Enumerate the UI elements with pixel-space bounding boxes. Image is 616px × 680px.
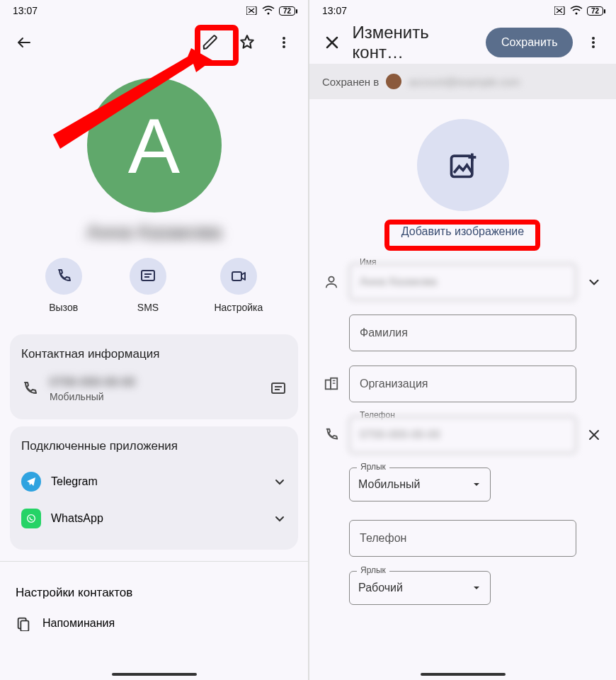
name-field[interactable]: Анна Казакова [349, 264, 576, 300]
svg-rect-11 [232, 272, 241, 280]
app-name: WhatsApp [51, 512, 103, 525]
contact-info-card: Контактная информация 0700-000-00-00 Моб… [10, 334, 298, 419]
org-field[interactable]: Организация [349, 366, 576, 402]
phone2-row: Телефон [321, 520, 605, 557]
account-email: account@example.com [409, 76, 520, 88]
connected-apps-card: Подключенные приложения Telegram WhatsAp… [10, 426, 298, 550]
back-button[interactable] [8, 27, 40, 58]
status-indicators: 72 [246, 6, 295, 16]
phone-row: Телефон 0700-000-00-00 [321, 416, 605, 453]
phone2-field[interactable]: Телефон [349, 520, 576, 557]
phone-field[interactable]: 0700-000-00-00 [349, 416, 576, 453]
settings-title: Настройки контактов [0, 573, 308, 607]
reminder-icon [16, 616, 31, 631]
svg-rect-8 [142, 271, 154, 280]
telegram-icon [21, 472, 41, 492]
tag-label: Ярлык [357, 565, 389, 575]
svg-rect-31 [326, 380, 331, 390]
app-whatsapp[interactable]: WhatsApp [21, 500, 287, 537]
status-bar: 13:07 72 [309, 0, 616, 21]
svg-point-24 [592, 37, 595, 40]
status-time: 13:07 [322, 5, 347, 16]
tag-label: Ярлык [357, 462, 389, 472]
dropdown-icon [472, 480, 481, 489]
home-indicator[interactable] [421, 673, 506, 676]
svg-point-25 [592, 41, 595, 44]
battery-indicator: 72 [279, 6, 295, 16]
video-label: Настройка [214, 302, 263, 313]
phone-icon [21, 380, 38, 397]
divider [0, 561, 308, 562]
message-icon [130, 258, 166, 295]
saved-in-label: Сохранен в [322, 76, 379, 88]
svg-point-30 [329, 277, 333, 282]
dropdown-icon [472, 583, 481, 593]
sms-label: SMS [137, 302, 159, 313]
svg-marker-7 [53, 48, 212, 149]
edit-form: Имя Анна Казакова Фамилия Организация [309, 244, 616, 611]
svg-point-15 [28, 515, 35, 523]
reminders-row[interactable]: Напоминания [0, 607, 308, 640]
call-action[interactable]: Вызов [45, 258, 82, 313]
saved-in-bar[interactable]: Сохранен в account@example.com [309, 64, 616, 99]
wifi-icon [262, 6, 275, 16]
annotation-highlight-add-image [384, 220, 540, 251]
no-sim-icon [246, 6, 258, 15]
svg-point-21 [575, 13, 577, 15]
expand-name-button[interactable] [583, 274, 605, 290]
phone-type: Мобильный [50, 391, 258, 402]
phone-icon [321, 427, 342, 443]
building-icon [321, 376, 342, 392]
message-icon[interactable] [270, 380, 287, 397]
app-name: Telegram [51, 475, 98, 488]
phone-type-value: Мобильный [358, 478, 420, 491]
overflow-menu-button[interactable] [268, 27, 300, 58]
lastname-field[interactable]: Фамилия [349, 314, 576, 351]
add-photo-button[interactable] [417, 119, 509, 211]
status-indicators: 72 [554, 6, 603, 16]
org-row: Организация [321, 366, 605, 402]
no-sim-icon [554, 6, 566, 15]
remove-phone-button[interactable] [583, 428, 605, 442]
overflow-menu-button[interactable] [578, 27, 608, 58]
sms-action[interactable]: SMS [130, 258, 166, 313]
save-button[interactable]: Сохранить [486, 28, 574, 57]
reminders-label: Напоминания [42, 617, 115, 630]
phone2-type-select[interactable]: Ярлык Рабочий [349, 571, 491, 605]
contact-view-screen: 13:07 72 А Анна Казак [0, 0, 308, 680]
phone-icon [45, 258, 82, 295]
app-telegram[interactable]: Telegram [21, 463, 287, 500]
contact-name: Анна Казакова [0, 221, 308, 244]
home-indicator[interactable] [112, 673, 197, 676]
svg-point-26 [592, 45, 595, 48]
action-row: Вызов SMS Настройка [0, 258, 308, 327]
svg-rect-17 [21, 620, 28, 631]
edit-title: Изменить конт… [353, 23, 474, 62]
info-section-title: Контактная информация [21, 347, 287, 361]
phone-number: 0700-000-00-00 [50, 375, 258, 390]
close-button[interactable] [318, 27, 347, 58]
name-row: Имя Анна Казакова [321, 264, 605, 300]
chevron-down-icon [273, 475, 287, 489]
svg-point-5 [283, 41, 285, 44]
svg-point-6 [283, 45, 285, 48]
phone-entry[interactable]: 0700-000-00-00 Мобильный [21, 371, 287, 407]
svg-point-3 [267, 13, 269, 15]
apps-section-title: Подключенные приложения [21, 439, 287, 453]
phone2-type-value: Рабочий [358, 582, 403, 594]
add-image-icon [447, 149, 479, 181]
wifi-icon [570, 6, 583, 16]
call-label: Вызов [49, 302, 78, 313]
status-bar: 13:07 72 [0, 0, 308, 21]
lastname-row: Фамилия [321, 314, 605, 351]
svg-point-4 [283, 37, 285, 40]
edit-contact-screen: 13:07 72 Изменить конт… Сохранить Сохран… [308, 0, 616, 680]
phone-type-select[interactable]: Ярлык Мобильный [349, 468, 491, 502]
whatsapp-icon [21, 509, 41, 528]
svg-rect-12 [272, 383, 285, 393]
video-action[interactable]: Настройка [214, 258, 263, 313]
chevron-down-icon [273, 511, 287, 526]
account-avatar [386, 74, 401, 89]
video-icon [220, 258, 257, 295]
person-icon [321, 274, 342, 290]
